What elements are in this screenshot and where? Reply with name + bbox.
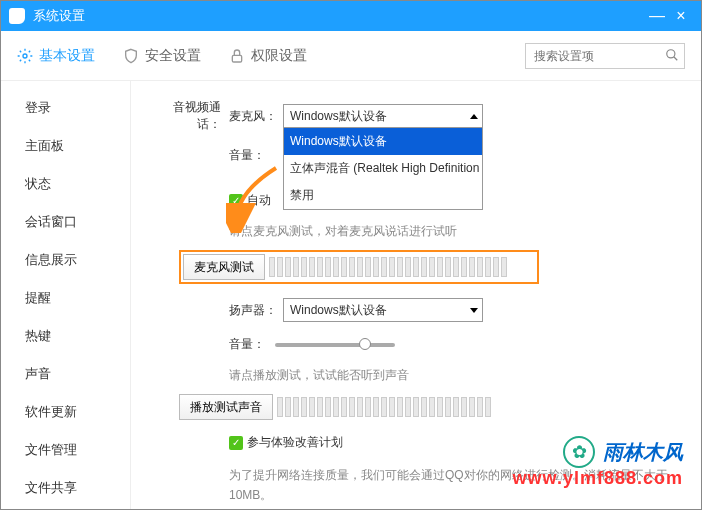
mic-dropdown: Windows默认设备 立体声混音 (Realtek High Definiti… [283, 127, 483, 210]
speaker-test-button[interactable]: 播放测试声音 [179, 394, 273, 420]
mic-select-value: Windows默认设备 [290, 108, 387, 125]
watermark: ✿ 雨林木风 www.ylmf888.com [513, 436, 683, 489]
titlebar: 系统设置 — × [1, 1, 701, 31]
sidebar-item-file[interactable]: 文件管理 [1, 431, 130, 469]
feedback-label: 参与体验改善计划 [247, 434, 343, 451]
speaker-level-meter [277, 394, 539, 420]
tab-permission[interactable]: 权限设置 [229, 47, 307, 65]
sidebar-item-remind[interactable]: 提醒 [1, 279, 130, 317]
sidebar-item-status[interactable]: 状态 [1, 165, 130, 203]
app-logo [9, 8, 25, 24]
mic-test-hint: 请点麦克风测试，对着麦克风说话进行试听 [229, 223, 681, 240]
speaker-label: 扬声器： [229, 302, 277, 319]
tab-basic-label: 基本设置 [39, 47, 95, 65]
speaker-select[interactable]: Windows默认设备 [283, 298, 483, 322]
speaker-test-box: 播放测试声音 [179, 394, 539, 420]
feedback-checkbox[interactable] [229, 436, 243, 450]
window-title: 系统设置 [33, 7, 645, 25]
auto-adjust-label: 自动 [247, 192, 271, 209]
top-tabs: 基本设置 安全设置 权限设置 [1, 31, 701, 81]
lock-icon [229, 48, 245, 64]
sidebar: 登录 主面板 状态 会话窗口 信息展示 提醒 热键 声音 软件更新 文件管理 文… [1, 81, 131, 509]
search-wrap [525, 43, 685, 69]
shield-icon [123, 48, 139, 64]
mic-select[interactable]: Windows默认设备 [283, 104, 483, 128]
sidebar-item-update[interactable]: 软件更新 [1, 393, 130, 431]
sidebar-item-hotkey[interactable]: 热键 [1, 317, 130, 355]
chevron-down-icon [470, 308, 478, 313]
mic-option-disable[interactable]: 禁用 [284, 182, 482, 209]
mic-label: 麦克风： [229, 108, 277, 125]
mic-level-meter [269, 254, 535, 280]
svg-point-2 [667, 49, 675, 57]
tab-security-label: 安全设置 [145, 47, 201, 65]
sidebar-item-info[interactable]: 信息展示 [1, 241, 130, 279]
tab-security[interactable]: 安全设置 [123, 47, 201, 65]
section-label: 音视频通话： [151, 99, 221, 133]
sidebar-item-chat[interactable]: 会话窗口 [1, 203, 130, 241]
tab-permission-label: 权限设置 [251, 47, 307, 65]
mic-select-wrap: Windows默认设备 Windows默认设备 立体声混音 (Realtek H… [283, 104, 483, 128]
sidebar-item-fileshare[interactable]: 文件共享 [1, 469, 130, 507]
mic-test-box: 麦克风测试 [179, 250, 539, 284]
speaker-select-value: Windows默认设备 [290, 302, 387, 319]
sidebar-item-login[interactable]: 登录 [1, 89, 130, 127]
speaker-test-hint: 请点播放测试，试试能否听到声音 [229, 367, 681, 384]
sidebar-item-mainpanel[interactable]: 主面板 [1, 127, 130, 165]
svg-point-0 [23, 54, 27, 58]
slider-thumb[interactable] [359, 338, 371, 350]
watermark-url: www.ylmf888.com [513, 468, 683, 489]
svg-line-3 [674, 56, 678, 60]
gear-icon [17, 48, 33, 64]
brand-icon: ✿ [563, 436, 595, 468]
speaker-volume-slider[interactable] [275, 343, 395, 347]
mic-test-button[interactable]: 麦克风测试 [183, 254, 265, 280]
sidebar-item-sound[interactable]: 声音 [1, 355, 130, 393]
volume2-label: 音量： [229, 336, 265, 353]
volume-label: 音量： [229, 147, 265, 164]
close-button[interactable]: × [669, 4, 693, 28]
minimize-button[interactable]: — [645, 4, 669, 28]
mic-option-stereo[interactable]: 立体声混音 (Realtek High Definition [284, 155, 482, 182]
search-input[interactable] [525, 43, 685, 69]
chevron-up-icon [470, 114, 478, 119]
brand-text: 雨林木风 [603, 439, 683, 466]
search-icon [665, 48, 679, 65]
svg-rect-1 [232, 55, 241, 62]
auto-adjust-checkbox[interactable] [229, 194, 243, 208]
mic-option-default[interactable]: Windows默认设备 [284, 128, 482, 155]
tab-basic[interactable]: 基本设置 [17, 47, 95, 65]
